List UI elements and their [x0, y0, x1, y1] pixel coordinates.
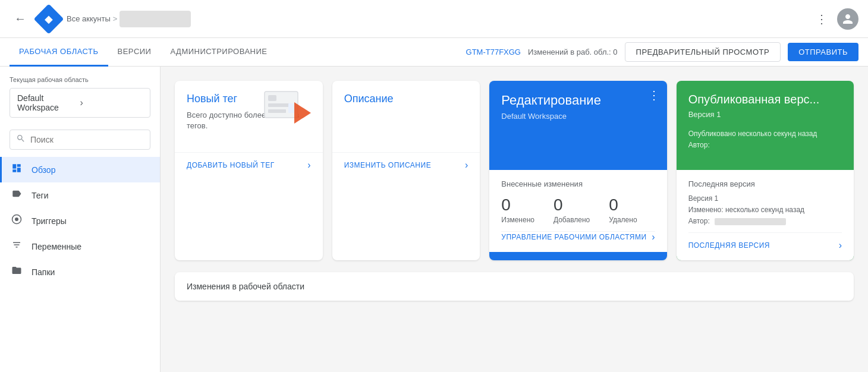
editing-title: Редактирование — [501, 93, 655, 108]
manage-workspaces-link[interactable]: УПРАВЛЕНИЕ РАБОЧИМИ ОБЛАСТЯМИ — [501, 233, 652, 241]
added-item: 0 Добавлено — [553, 196, 590, 224]
sidebar-item-tags[interactable]: Теги — [0, 182, 160, 208]
changed-label: Изменено — [501, 216, 534, 224]
deleted-item: 0 Удалено — [609, 196, 637, 224]
search-box — [10, 130, 150, 150]
add-new-tag-arrow: › — [307, 160, 310, 171]
manage-workspaces-arrow: › — [652, 232, 655, 242]
editing-card-footer[interactable]: УПРАВЛЕНИЕ РАБОЧИМИ ОБЛАСТЯМИ › — [501, 231, 655, 242]
avatar[interactable] — [837, 8, 858, 30]
last-version-details: Версия 1 Изменено: несколько секунд наза… — [688, 193, 842, 228]
sidebar: Текущая рабочая область Default Workspac… — [0, 67, 161, 372]
description-card: Описание ИЗМЕНИТЬ ОПИСАНИЕ › — [332, 81, 480, 260]
workspace-label: Текущая рабочая область — [10, 76, 150, 83]
top-bar-left: ← ◆ Все аккунты > — [10, 7, 811, 30]
variable-icon — [11, 239, 22, 253]
sidebar-item-overview[interactable]: Обзор — [0, 157, 160, 182]
sidebar-item-folders[interactable]: Папки — [0, 259, 160, 285]
editing-more-button[interactable]: ⋮ — [648, 88, 660, 102]
sidebar-nav: Обзор Теги Триггеры Переме — [0, 157, 160, 372]
editing-card-top: Редактирование Default Workspace ⋮ — [489, 81, 666, 170]
top-bar-right: ⋮ — [811, 7, 858, 31]
published-title: Опубликованная верс... — [688, 93, 842, 106]
lv-changed: Изменено: несколько секунд назад — [688, 204, 842, 216]
published-meta: Опубликовано несколько секунд назад Авто… — [688, 128, 842, 151]
account-name-blur — [119, 11, 191, 27]
sidebar-item-label-tags: Теги — [32, 191, 48, 200]
published-card-top: Опубликованная верс... Версия 1 Опублико… — [677, 81, 854, 170]
tab-admin[interactable]: АДМИНИСТРИРОВАНИЕ — [161, 38, 276, 67]
svg-rect-5 — [268, 109, 286, 113]
preview-button[interactable]: ПРЕДВАРИТЕЛЬНЫЙ ПРОСМОТР — [625, 42, 781, 62]
top-bar: ← ◆ Все аккунты > ⋮ — [0, 0, 868, 38]
editing-card: Редактирование Default Workspace ⋮ Внесе… — [489, 81, 666, 260]
sidebar-item-label-triggers: Триггеры — [32, 216, 67, 226]
new-tag-icon — [263, 90, 311, 126]
added-label: Добавлено — [553, 216, 590, 224]
author-blur — [715, 218, 786, 225]
tab-versions[interactable]: ВЕРСИИ — [108, 38, 161, 67]
workspace-section: Текущая рабочая область Default Workspac… — [0, 76, 160, 125]
breadcrumb: Все аккунты > — [67, 11, 191, 27]
deleted-label: Удалено — [609, 216, 637, 224]
published-version: Версия 1 — [688, 110, 842, 119]
gtm-id[interactable]: GTM-T77FXGG — [466, 48, 521, 56]
folder-icon — [11, 265, 22, 279]
changes-numbers: 0 Изменено 0 Добавлено 0 Удалено — [501, 196, 655, 224]
more-options-button[interactable]: ⋮ — [811, 7, 832, 31]
search-icon — [16, 134, 26, 146]
last-version-link[interactable]: ПОСЛЕДНЯЯ ВЕРСИЯ — [688, 241, 839, 250]
submit-button[interactable]: ОТПРАВИТЬ — [788, 43, 858, 61]
last-version-arrow: › — [839, 240, 842, 251]
published-card-bottom: Последняя версия Версия 1 Изменено: неск… — [677, 170, 854, 260]
tag-icon — [11, 188, 22, 202]
deleted-num: 0 — [609, 196, 637, 215]
svg-point-1 — [15, 217, 18, 221]
chevron-right-icon: › — [80, 97, 143, 108]
description-card-body: Описание — [332, 81, 480, 152]
nav-tabs-left: РАБОЧАЯ ОБЛАСТЬ ВЕРСИИ АДМИНИСТРИРОВАНИЕ — [10, 38, 466, 66]
lv-version: Версия 1 — [688, 193, 842, 204]
edit-description-link[interactable]: ИЗМЕНИТЬ ОПИСАНИЕ — [344, 161, 465, 169]
workspace-changes-section: Изменения в рабочей области — [175, 272, 854, 301]
lv-author: Автор: — [688, 216, 842, 227]
published-card: Опубликованная верс... Версия 1 Опублико… — [677, 81, 854, 260]
nav-tabs-right: GTM-T77FXGG Изменений в раб. обл.: 0 ПРЕ… — [466, 42, 858, 62]
content-area: Новый тег Всего доступно более 50 типов … — [161, 67, 868, 372]
search-input[interactable] — [30, 135, 144, 144]
back-button[interactable]: ← — [10, 7, 31, 30]
editing-subtitle: Default Workspace — [501, 112, 655, 121]
trigger-icon — [11, 214, 22, 228]
main-layout: Текущая рабочая область Default Workspac… — [0, 67, 868, 372]
description-title: Описание — [344, 93, 468, 105]
description-card-footer[interactable]: ИЗМЕНИТЬ ОПИСАНИЕ › — [332, 152, 480, 178]
published-time: Опубликовано несколько секунд назад — [688, 130, 817, 138]
overview-icon — [11, 163, 22, 176]
new-tag-card-footer[interactable]: ДОБАВИТЬ НОВЫЙ ТЕГ › — [175, 152, 323, 178]
sidebar-item-label-variables: Переменные — [32, 242, 81, 251]
new-tag-card-body: Новый тег Всего доступно более 50 типов … — [175, 81, 323, 152]
new-tag-card: Новый тег Всего доступно более 50 типов … — [175, 81, 323, 260]
breadcrumb-all-accounts[interactable]: Все аккунты — [67, 14, 111, 23]
add-new-tag-link[interactable]: ДОБАВИТЬ НОВЫЙ ТЕГ — [187, 161, 307, 169]
published-card-footer[interactable]: ПОСЛЕДНЯЯ ВЕРСИЯ › — [688, 232, 842, 251]
changed-num: 0 — [501, 196, 534, 215]
editing-card-bottom: Внесенные изменения 0 Изменено 0 Добавле… — [489, 170, 666, 252]
published-author-label: Автор: — [688, 141, 710, 149]
sidebar-item-triggers[interactable]: Триггеры — [0, 208, 160, 234]
svg-rect-3 — [268, 95, 276, 101]
nav-tabs: РАБОЧАЯ ОБЛАСТЬ ВЕРСИИ АДМИНИСТРИРОВАНИЕ… — [0, 38, 868, 67]
workspace-name: Default Workspace — [17, 93, 80, 112]
sidebar-item-label-overview: Обзор — [32, 165, 55, 175]
tab-workspace[interactable]: РАБОЧАЯ ОБЛАСТЬ — [10, 38, 108, 67]
last-version-title: Последняя версия — [688, 179, 842, 188]
lv-author-label: Автор: — [688, 216, 710, 227]
workspace-changes-title: Изменения в рабочей области — [187, 282, 842, 291]
breadcrumb-separator: > — [113, 14, 118, 23]
added-num: 0 — [553, 196, 590, 215]
changed-item: 0 Изменено — [501, 196, 534, 224]
workspace-selector[interactable]: Default Workspace › — [10, 88, 150, 118]
edit-description-arrow: › — [465, 160, 468, 171]
sidebar-item-variables[interactable]: Переменные — [0, 234, 160, 259]
cards-row: Новый тег Всего доступно более 50 типов … — [175, 81, 854, 260]
